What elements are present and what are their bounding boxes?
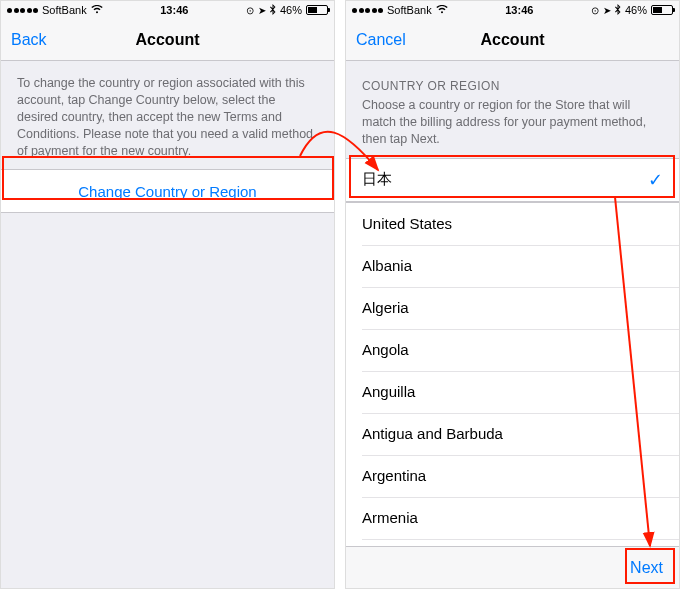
country-label: Anguilla <box>362 383 415 400</box>
country-label: Algeria <box>362 299 409 316</box>
country-label: 日本 <box>362 170 392 189</box>
country-row[interactable]: Argentina <box>346 455 679 497</box>
nav-bar: Cancel Account <box>346 19 679 61</box>
section-subtext: Choose a country or region for the Store… <box>346 95 679 158</box>
back-button[interactable]: Back <box>11 31 47 49</box>
cancel-button[interactable]: Cancel <box>356 31 406 49</box>
nav-title: Account <box>1 31 334 49</box>
nav-bar: Back Account <box>1 19 334 61</box>
bottom-toolbar: Next <box>346 546 679 588</box>
status-bar: SoftBank 13:46 ⊙ ➤ 46% <box>346 1 679 19</box>
signal-dots-icon <box>7 8 38 13</box>
country-row[interactable]: Australia <box>346 539 679 546</box>
country-row[interactable]: Algeria <box>346 287 679 329</box>
country-label: Antigua and Barbuda <box>362 425 503 442</box>
clock: 13:46 <box>505 4 533 16</box>
country-label: Argentina <box>362 467 426 484</box>
country-label: Armenia <box>362 509 418 526</box>
country-label: United States <box>362 215 452 232</box>
location-icon: ➤ <box>603 5 611 16</box>
change-country-description: To change the country or region associat… <box>1 61 334 169</box>
country-row[interactable]: Albania <box>346 245 679 287</box>
country-label: Angola <box>362 341 409 358</box>
wifi-icon <box>436 5 448 16</box>
carrier-label: SoftBank <box>42 4 87 16</box>
alarm-icon: ⊙ <box>246 5 254 16</box>
bluetooth-icon <box>270 4 276 17</box>
battery-percent: 46% <box>625 4 647 16</box>
country-row[interactable]: Armenia <box>346 497 679 539</box>
battery-icon <box>306 5 328 15</box>
country-row-selected[interactable]: 日本 ✓ <box>346 159 679 201</box>
location-icon: ➤ <box>258 5 266 16</box>
country-row[interactable]: United States <box>346 203 679 245</box>
country-label: Albania <box>362 257 412 274</box>
battery-icon <box>651 5 673 15</box>
carrier-label: SoftBank <box>387 4 432 16</box>
section-header-country: COUNTRY OR REGION <box>346 61 679 95</box>
wifi-icon <box>91 5 103 16</box>
clock: 13:46 <box>160 4 188 16</box>
country-row[interactable]: Angola <box>346 329 679 371</box>
battery-percent: 46% <box>280 4 302 16</box>
right-screenshot: SoftBank 13:46 ⊙ ➤ 46% Cancel Account CO… <box>345 0 680 589</box>
change-country-button-label: Change Country or Region <box>78 183 256 200</box>
change-country-button[interactable]: Change Country or Region <box>1 170 334 212</box>
bluetooth-icon <box>615 4 621 17</box>
alarm-icon: ⊙ <box>591 5 599 16</box>
left-screenshot: SoftBank 13:46 ⊙ ➤ 46% Back Account To c… <box>0 0 335 589</box>
next-button[interactable]: Next <box>630 559 663 577</box>
signal-dots-icon <box>352 8 383 13</box>
status-bar: SoftBank 13:46 ⊙ ➤ 46% <box>1 1 334 19</box>
checkmark-icon: ✓ <box>648 169 663 191</box>
country-list: United StatesAlbaniaAlgeriaAngolaAnguill… <box>346 202 679 546</box>
country-row[interactable]: Anguilla <box>346 371 679 413</box>
country-row[interactable]: Antigua and Barbuda <box>346 413 679 455</box>
